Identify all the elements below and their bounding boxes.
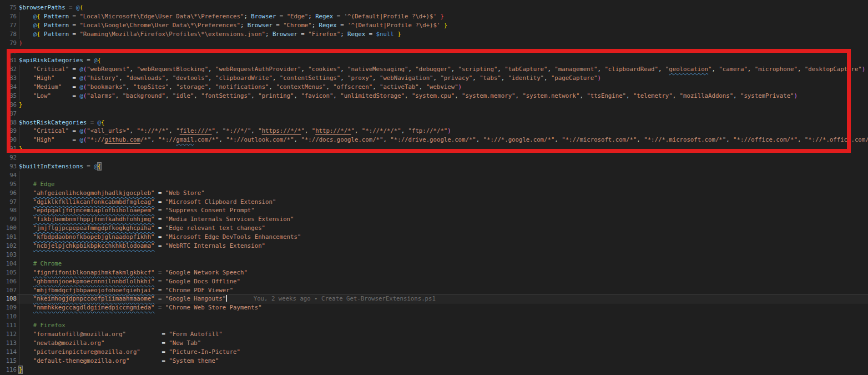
code-line[interactable]: 84 "Medium" = @("bookmarks", "topSites",… [0, 83, 868, 92]
code-line[interactable]: 82 "Critical" = @("webRequest", "webRequ… [0, 65, 868, 74]
code-line[interactable]: 91} [0, 144, 868, 153]
code-line[interactable]: 108 "nkeimhogjdpnpccoofpliimaahmaaome" =… [0, 294, 868, 303]
code-token: = [155, 287, 165, 294]
code-line[interactable]: 101 "kfbdpdaobnofkbopebjglnaadopfikhh" =… [0, 233, 868, 242]
code-line[interactable]: 110 [0, 312, 868, 321]
code-line[interactable]: 93$builtInExtensions = @{ [0, 162, 868, 171]
code-line[interactable]: 103 [0, 251, 868, 259]
code-line-content: } [19, 366, 868, 374]
code-line[interactable]: 115 "default-theme@mozilla.org" = "Syste… [0, 357, 868, 366]
bracket-token: } [19, 145, 22, 152]
code-token: , [130, 66, 137, 73]
code-line[interactable]: 94 [0, 171, 868, 180]
code-line-content [19, 312, 868, 321]
code-line[interactable]: 77 @{ Pattern = "Local\Google\Chrome\Use… [0, 21, 868, 30]
code-line-content: "pictureinpicture@mozilla.org" = "Pictur… [19, 348, 868, 357]
string-token: "High" [33, 136, 55, 143]
line-number: 99 [0, 215, 17, 224]
code-line[interactable]: 97 "dgiklkfkllikcanfonkcabmbdfmgleag" = … [0, 198, 868, 207]
code-line[interactable]: 75$browserPaths = @( [0, 3, 868, 12]
string-token: "storage" [176, 83, 208, 91]
code-token: , [658, 66, 665, 73]
string-token: "management" [554, 66, 597, 73]
code-line[interactable]: 89 "Critical" = @("<all_urls>", "*://*/*… [0, 127, 868, 136]
line-number: 86 [0, 101, 17, 109]
code-line[interactable]: 112 "formautofill@mozilla.org" = "Form A… [0, 330, 868, 339]
code-line[interactable]: 83 "High" = @("history", "downloads", "d… [0, 74, 868, 83]
line-number: 83 [0, 74, 17, 83]
string-token: "Media Internals Services Extension" [165, 216, 294, 223]
string-token: "mozillaAddons" [680, 92, 734, 99]
line-number: 85 [0, 92, 17, 101]
code-line-content: @{ Pattern = "Local\Google\Chrome\User D… [19, 21, 868, 30]
code-line[interactable]: 78 @{ Pattern = "Roaming\Mozilla\Firefox… [0, 30, 868, 39]
code-line[interactable]: 85 "Low" = @("alarms", "background", "id… [0, 92, 868, 101]
line-number: 79 [0, 39, 17, 48]
code-line[interactable]: 86} [0, 101, 868, 109]
variable-token: Browser [272, 31, 297, 38]
line-number: 103 [0, 251, 17, 259]
code-line[interactable]: 113 "newtab@mozilla.org" = "New Tab" [0, 339, 868, 348]
code-token [19, 304, 33, 311]
code-line[interactable]: 104 # Chrome [0, 259, 868, 268]
code-token [19, 13, 33, 20]
string-token: "*://*.google.com/*" [483, 136, 555, 143]
string-token: "Local\Google\Chrome\User Data\*\Prefere… [79, 22, 240, 29]
code-line[interactable]: 102 "ncbjelpjchkpbikbpkcchkhkblodoama" =… [0, 242, 868, 251]
code-token: , [219, 136, 226, 143]
code-token [19, 295, 33, 302]
bracket-token: ) [862, 66, 865, 73]
line-number: 110 [0, 312, 17, 321]
code-token: , [547, 66, 554, 73]
code-token: , [333, 92, 340, 99]
code-token: , [554, 136, 562, 143]
at-sigil-token: @ [79, 74, 83, 82]
code-line[interactable]: 92 [0, 153, 868, 162]
string-token: "*://*/*/*" [362, 127, 401, 134]
code-line[interactable]: 96 "ahfgeienlihckogmohjhadlkjgocpleb" = … [0, 189, 868, 198]
code-line[interactable]: 90 "High" = @("*://github.com/*", "*://g… [0, 136, 868, 144]
code-token: , [405, 92, 412, 99]
string-token: " [176, 127, 179, 134]
comment-token: # Edge [33, 181, 55, 188]
code-line[interactable]: 105 "fignfifoniblkonapihmkfakmlgkbkcf" =… [0, 268, 868, 277]
code-token: , [497, 66, 504, 73]
line-number: 94 [0, 171, 17, 180]
code-editor[interactable]: 75$browserPaths = @(76 @{ Pattern = "Loc… [0, 0, 868, 375]
code-line[interactable]: 99 "fikbjbembnmfhppjfnmfkahdhfohhjmg" = … [0, 215, 868, 224]
code-token: , [408, 66, 415, 73]
bracket-token: ( [79, 4, 83, 11]
string-token: "systemPrivate" [740, 92, 794, 99]
code-token [19, 339, 33, 347]
line-number: 76 [0, 12, 17, 21]
string-token: "*://*.office.com/*" [805, 136, 868, 143]
bracket-token: { [101, 119, 104, 126]
string-token: "system.memory" [462, 92, 516, 99]
code-line[interactable]: 79) [0, 39, 868, 48]
code-line[interactable]: 107 "mhjfbmdgcfjbbpaeojofohoefgiehjai" =… [0, 286, 868, 295]
string-token: "clipboardRead" [604, 66, 658, 73]
code-line[interactable]: 98 "epdpgaljfdjmcemiaplofbiholoaepem" = … [0, 206, 868, 215]
code-line[interactable]: 100 "jmjflgjpcpepeafmmgdpfkogkghcpiha" =… [0, 224, 868, 233]
code-line[interactable]: 114 "pictureinpicture@mozilla.org" = "Pi… [0, 348, 868, 357]
code-line[interactable]: 106 "ghbmnnjooekpmoecnnnilnnbdlolhkhi" =… [0, 277, 868, 286]
code-line[interactable]: 109 "nmmhkkegccagdldgiimedpiccmgmieda" =… [0, 303, 868, 312]
variable-token: $browserPaths [19, 4, 65, 11]
code-line[interactable]: 76 @{ Pattern = "Local\Microsoft\Edge\Us… [0, 12, 868, 21]
string-token: "Critical" [33, 66, 69, 73]
code-line[interactable]: 80 [0, 47, 868, 56]
line-number: 91 [0, 144, 17, 153]
at-sigil-token: @ [94, 57, 97, 64]
code-line[interactable]: 81$apiRiskCategories = @{ [0, 56, 868, 65]
code-line[interactable]: 88$hostRiskCategories = @{ [0, 118, 868, 127]
code-line-content [19, 153, 868, 162]
code-line-content: # Chrome [19, 259, 868, 268]
code-line[interactable]: 111 # Firefox [0, 321, 868, 330]
code-line[interactable]: 87 [0, 109, 868, 118]
code-token: = [297, 31, 308, 38]
line-number: 92 [0, 153, 17, 162]
line-number: 78 [0, 30, 17, 39]
code-line[interactable]: 95 # Edge [0, 180, 868, 189]
string-token: "bookmarks" [87, 83, 126, 91]
code-line[interactable]: 116} [0, 366, 868, 374]
